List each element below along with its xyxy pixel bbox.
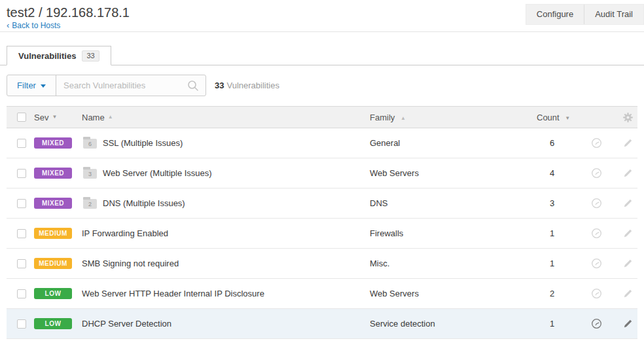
severity-badge: MIXED [34, 198, 72, 209]
vulnerability-name[interactable]: SMB Signing not required [82, 259, 179, 268]
table-row[interactable]: LOW Web Server HTTP Header Internal IP D… [7, 279, 637, 309]
sort-desc-icon: ▼ [52, 114, 57, 120]
count-cell: 3 [537, 198, 586, 208]
search-wrapper [56, 75, 206, 96]
sort-desc-icon: ▼ [565, 115, 570, 121]
sort-asc-icon: ▲ [401, 115, 406, 121]
row-checkbox[interactable] [17, 259, 26, 268]
severity-badge: MEDIUM [34, 228, 72, 239]
edit-pencil-icon[interactable] [622, 198, 634, 209]
back-to-hosts-link[interactable]: ‹ Back to Hosts [7, 21, 60, 30]
search-input[interactable] [56, 75, 206, 96]
edit-pencil-icon[interactable] [622, 288, 634, 299]
result-count-number: 33 [215, 81, 224, 90]
family-cell: Service detection [370, 319, 537, 329]
severity-badge: LOW [34, 288, 72, 299]
table-row[interactable]: MIXED 6 SSL (Multiple Issues) General 6 [7, 128, 637, 158]
column-header-family[interactable]: Family [370, 113, 395, 122]
snooze-clock-icon[interactable] [591, 228, 602, 239]
row-checkbox[interactable] [17, 319, 26, 329]
row-checkbox[interactable] [17, 289, 26, 298]
snooze-clock-icon[interactable] [591, 198, 602, 209]
select-all-checkbox[interactable] [17, 113, 26, 122]
column-header-count[interactable]: Count [537, 113, 560, 122]
edit-pencil-icon[interactable] [622, 318, 634, 329]
family-cell: Misc. [370, 259, 537, 268]
edit-pencil-icon[interactable] [622, 228, 634, 239]
plugin-group-count: 6 [88, 141, 92, 147]
vulnerability-name[interactable]: DHCP Server Detection [82, 319, 171, 329]
result-count: 33Vulnerabilities [215, 81, 279, 90]
result-count-label: Vulnerabilities [226, 81, 279, 90]
snooze-clock-icon[interactable] [591, 288, 602, 299]
vulnerability-name[interactable]: IP Forwarding Enabled [82, 228, 168, 238]
table-header-row: Sev ▼ Name ▲ Family ▲ Count ▼ [7, 106, 637, 128]
plugin-group-folder-icon: 3 [83, 169, 97, 179]
count-cell: 4 [537, 168, 586, 178]
tab-vulnerabilities[interactable]: Vulnerabilities 33 [7, 46, 111, 65]
row-checkbox[interactable] [17, 229, 26, 238]
table-row[interactable]: MEDIUM IP Forwarding Enabled Firewalls 1 [7, 219, 637, 249]
row-checkbox[interactable] [17, 139, 26, 148]
column-header-sev[interactable]: Sev [34, 113, 48, 122]
snooze-clock-icon[interactable] [591, 137, 602, 149]
row-checkbox[interactable] [17, 169, 26, 178]
header-button-group: Configure Audit Trail [526, 4, 644, 25]
sort-asc-icon: ▲ [108, 114, 113, 120]
edit-pencil-icon[interactable] [622, 258, 634, 269]
vulnerability-name[interactable]: SSL (Multiple Issues) [103, 138, 183, 148]
caret-down-icon [41, 84, 46, 88]
table-row[interactable]: MIXED 3 Web Server (Multiple Issues) Web… [7, 158, 637, 188]
table-row[interactable]: MEDIUM SMB Signing not required Misc. 1 [7, 249, 637, 279]
family-cell: DNS [370, 198, 537, 208]
table-row[interactable]: MIXED 2 DNS (Multiple Issues) DNS 3 [7, 188, 637, 219]
table-row[interactable]: LOW DHCP Server Detection Service detect… [7, 309, 637, 339]
gear-icon[interactable] [622, 112, 634, 123]
back-chevron-icon: ‹ [7, 22, 9, 29]
filter-label: Filter [17, 81, 36, 90]
count-cell: 1 [537, 319, 586, 329]
count-cell: 2 [537, 289, 586, 298]
edit-pencil-icon[interactable] [622, 137, 634, 149]
row-checkbox[interactable] [17, 199, 26, 208]
vuln-table-body: MIXED 6 SSL (Multiple Issues) General 6 [7, 128, 637, 339]
column-header-name[interactable]: Name [82, 113, 105, 122]
configure-button[interactable]: Configure [526, 5, 584, 24]
vulnerability-name[interactable]: DNS (Multiple Issues) [103, 198, 185, 208]
filter-control: Filter [7, 75, 206, 96]
vulnerability-name[interactable]: Web Server (Multiple Issues) [103, 168, 212, 178]
tab-bar: Vulnerabilities 33 [0, 46, 644, 65]
plugin-group-count: 3 [88, 171, 92, 177]
filter-dropdown-button[interactable]: Filter [7, 75, 56, 96]
count-cell: 1 [537, 228, 586, 238]
count-cell: 1 [537, 259, 586, 268]
family-cell: Firewalls [370, 228, 537, 238]
severity-badge: MIXED [34, 137, 72, 149]
plugin-group-count: 2 [88, 201, 92, 207]
tab-label: Vulnerabilities [18, 51, 76, 61]
edit-pencil-icon[interactable] [622, 168, 634, 179]
audit-trail-button[interactable]: Audit Trail [584, 5, 643, 24]
tab-count-badge: 33 [82, 50, 99, 62]
filter-bar: Filter 33Vulnerabilities [7, 75, 644, 96]
vulnerability-name[interactable]: Web Server HTTP Header Internal IP Discl… [82, 289, 264, 298]
plugin-group-folder-icon: 2 [83, 199, 97, 209]
family-cell: General [370, 138, 537, 148]
snooze-clock-icon[interactable] [591, 318, 602, 329]
severity-badge: MIXED [34, 168, 72, 179]
back-link-label: Back to Hosts [12, 21, 60, 30]
family-cell: Web Servers [370, 289, 537, 298]
count-cell: 6 [537, 138, 586, 148]
page-header: test2 / 192.168.178.1 ‹ Back to Hosts Co… [0, 0, 644, 32]
severity-badge: MEDIUM [34, 258, 72, 269]
vulnerabilities-table: Sev ▼ Name ▲ Family ▲ Count ▼ [7, 106, 637, 339]
plugin-group-folder-icon: 6 [83, 139, 97, 149]
search-icon [187, 80, 199, 94]
severity-badge: LOW [34, 318, 72, 329]
family-cell: Web Servers [370, 168, 537, 178]
snooze-clock-icon[interactable] [591, 258, 602, 269]
snooze-clock-icon[interactable] [591, 168, 602, 179]
